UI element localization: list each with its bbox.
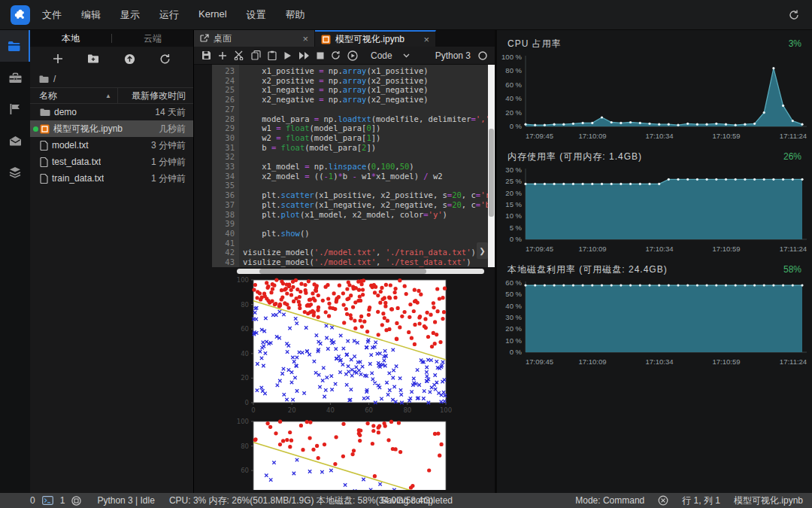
close-icon[interactable]: ×	[302, 33, 308, 44]
cursor-position[interactable]: 行 1, 列 1	[682, 494, 720, 507]
disk-chart-block: 本地磁盘利用率 (可用磁盘: 24.4GB) 58% 0 %10 %20 %30…	[497, 260, 812, 369]
menu-help[interactable]: 帮助	[286, 8, 305, 22]
code-line[interactable]: plt.plot(x1_model, x2_model, color='y')	[243, 210, 488, 220]
sort-ascending-icon[interactable]: ▲	[105, 93, 111, 99]
flag-icon	[9, 103, 21, 115]
code-line[interactable]: w2 = float(model_para[1])	[243, 133, 488, 143]
menu-settings[interactable]: 设置	[247, 8, 266, 22]
code-line[interactable]: x2_negative = np.array(x2_negative)	[243, 95, 488, 105]
tab-desktop[interactable]: 桌面 ×	[194, 30, 315, 47]
code-line[interactable]: plt.scatter(x1_positive, x2_positive, s=…	[243, 190, 488, 200]
svg-text:20 %: 20 %	[505, 324, 522, 333]
code-line[interactable]: x1_negative = np.array(x1_negative)	[243, 85, 488, 95]
horizontal-scrollbar[interactable]	[194, 267, 495, 275]
file-row-testdata[interactable]: test_data.txt 1 分钟前	[30, 154, 193, 170]
puzzle-icon	[12, 7, 29, 23]
breadcrumb[interactable]: /	[30, 71, 193, 87]
editor-tab-bar: 桌面 × 模型可视化.ipynb ×	[194, 30, 495, 47]
sidebar-item-inbox[interactable]	[0, 125, 30, 157]
svg-text:80: 80	[241, 301, 249, 309]
kernel-idle-icon	[478, 51, 487, 60]
sidebar-item-files[interactable]	[0, 30, 30, 62]
file-browser-panel: 本地 云端	[30, 30, 194, 493]
code-line[interactable]	[243, 219, 488, 229]
sidebar-item-flags[interactable]	[0, 93, 30, 125]
code-line[interactable]	[243, 152, 488, 162]
file-list: demo 14 天前 模型可视化.ipynb 几秒前	[30, 104, 193, 493]
sidebar-item-layers[interactable]	[0, 157, 30, 188]
code-line[interactable]	[243, 239, 488, 248]
menu-view[interactable]: 显示	[120, 8, 140, 22]
stop-icon[interactable]	[317, 52, 324, 59]
notebook-icon	[321, 35, 331, 44]
kernel-status[interactable]: Python 3 | Idle	[97, 495, 155, 506]
code-line[interactable]: plt.scatter(x1_negative, x2_negative, s=…	[243, 200, 488, 210]
svg-text:17:11:24: 17:11:24	[780, 132, 807, 140]
column-modified[interactable]: 最新修改时间	[118, 90, 193, 102]
refresh-icon[interactable]	[159, 53, 171, 65]
run-all-icon[interactable]	[298, 51, 310, 60]
tab-cloud[interactable]: 云端	[112, 32, 193, 45]
svg-text:17:10:59: 17:10:59	[713, 357, 741, 366]
sync-button[interactable]	[788, 9, 800, 21]
paste-icon[interactable]	[268, 50, 277, 60]
close-icon[interactable]: ×	[423, 34, 429, 45]
restart-run-all-icon[interactable]	[347, 50, 358, 61]
file-row-notebook[interactable]: 模型可视化.ipynb 几秒前	[30, 120, 193, 137]
file-row-model[interactable]: model.txt 3 分钟前	[30, 137, 193, 154]
copy-icon[interactable]	[251, 50, 261, 60]
save-status: Saving completed	[381, 495, 453, 506]
new-folder-icon[interactable]	[87, 53, 99, 64]
code-line[interactable]: plt.show()	[243, 229, 488, 239]
code-line[interactable]: w1 = float(model_para[0])	[243, 123, 488, 133]
cpu-chart-block: CPU 占用率 3% 0 %20 %40 %60 %80 %100 %17:09…	[497, 35, 812, 143]
column-name[interactable]: 名称 ▲	[30, 88, 118, 103]
run-icon[interactable]	[283, 51, 292, 60]
cell-collapser[interactable]	[194, 65, 212, 267]
code-line[interactable]: x2_model = ((-1)*b - w1*x1_model) / w2	[243, 172, 488, 181]
code-line[interactable]: b = float(model_para[2])	[243, 143, 488, 153]
trust-icon[interactable]	[658, 495, 668, 506]
svg-text:10 %: 10 %	[505, 336, 522, 345]
sidebar-item-workspace[interactable]	[0, 62, 30, 93]
restart-kernel-icon[interactable]	[331, 50, 341, 60]
menu-kernel[interactable]: Kernel	[198, 8, 227, 22]
code-line[interactable]: x2_positive = np.array(x2_positive)	[243, 76, 488, 86]
save-icon[interactable]	[201, 50, 211, 60]
svg-text:17:10:59: 17:10:59	[713, 132, 741, 140]
add-cell-icon[interactable]	[218, 51, 227, 60]
code-line[interactable]	[243, 181, 488, 190]
kernel-selector[interactable]: Python 3	[435, 50, 487, 61]
expand-button[interactable]: ❯	[477, 242, 488, 259]
command-mode[interactable]: Mode: Command	[575, 495, 644, 506]
new-launcher-icon[interactable]	[53, 53, 63, 64]
code-line[interactable]	[243, 105, 488, 114]
menu-file[interactable]: 文件	[42, 8, 62, 22]
code-line[interactable]: visulize_model('./model.txt', './train_d…	[243, 248, 488, 257]
file-row-traindata[interactable]: train_data.txt 1 分钟前	[30, 170, 193, 187]
menu-edit[interactable]: 编辑	[81, 8, 101, 22]
svg-text:17:10:09: 17:10:09	[579, 245, 607, 253]
svg-text:17:09:45: 17:09:45	[526, 245, 553, 253]
code-line[interactable]: visulize_model('./model.txt', './test_da…	[243, 257, 488, 267]
cell-type-dropdown[interactable]: Code	[371, 50, 410, 61]
kernel-count[interactable]: 1	[60, 495, 65, 506]
file-row-demo[interactable]: demo 14 天前	[30, 104, 193, 120]
code-editor[interactable]: x1_positive = np.array(x1_positive) x2_p…	[239, 65, 488, 267]
svg-text:80 %: 80 %	[505, 66, 522, 75]
tab-notebook[interactable]: 模型可视化.ipynb ×	[315, 30, 436, 47]
code-line[interactable]: x1_positive = np.array(x1_positive)	[243, 66, 488, 76]
app-logo[interactable]	[11, 5, 30, 25]
upload-icon[interactable]	[124, 53, 135, 65]
svg-text:100: 100	[237, 276, 249, 284]
cut-icon[interactable]	[234, 50, 244, 60]
vertical-scrollbar[interactable]	[488, 65, 495, 267]
terminal-count[interactable]: 0	[30, 495, 35, 506]
tab-local[interactable]: 本地	[30, 32, 111, 45]
menu-run[interactable]: 运行	[159, 8, 179, 22]
breadcrumb-path: /	[53, 74, 56, 84]
code-cell[interactable]: 2324252627282930313233343536373839404142…	[194, 65, 495, 267]
code-line[interactable]: x1_model = np.linspace(0,100,50)	[243, 162, 488, 172]
code-line[interactable]: model_para = np.loadtxt(modelfile, delim…	[243, 114, 488, 124]
disk-chart-value: 58%	[783, 264, 801, 275]
